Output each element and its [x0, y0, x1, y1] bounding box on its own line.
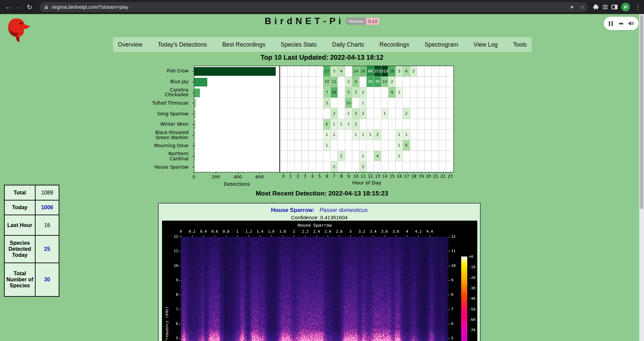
- side-panel-icon[interactable]: [611, 5, 618, 9]
- time-tick: [294, 235, 294, 237]
- heatmap-cell: [446, 98, 453, 109]
- species-link[interactable]: House Sparrow:: [271, 207, 315, 213]
- hour-axis-tick-label: 0: [282, 174, 285, 179]
- stats-value-today[interactable]: 1006: [35, 200, 59, 215]
- hour-axis-tick-label: 17: [404, 174, 409, 179]
- nav-item-species-stats[interactable]: Species Stats: [281, 41, 317, 48]
- heatmap-cell: 9: [388, 87, 396, 98]
- stats-row-species-detected-today: Species Detected Today25: [4, 235, 59, 263]
- heatmap-cell: [381, 151, 389, 162]
- stats-value-total-number-of-species[interactable]: 30: [35, 263, 59, 296]
- heatmap-cell: [331, 151, 338, 162]
- heatmap-cell: [294, 66, 302, 77]
- time-tick: [260, 235, 260, 237]
- heatmap-cell: [316, 108, 324, 119]
- time-tick: [351, 235, 351, 237]
- scrollbar-thumb[interactable]: [640, 15, 643, 209]
- nav-item-tools[interactable]: Tools: [513, 41, 527, 48]
- bar-axis-tick-label: 200: [212, 174, 220, 179]
- detection-bar-fish-crow: [194, 67, 276, 76]
- nav-item-recordings[interactable]: Recordings: [379, 41, 409, 48]
- heatmap-cell: 10: [345, 98, 353, 109]
- heatmap-cell: [338, 140, 345, 151]
- heatmap-cell: 1: [396, 87, 403, 98]
- heatmap-cell: [432, 108, 439, 119]
- page-header: B i r d N E T - P i Version0.13: [0, 16, 644, 26]
- detection-bar-tufted-titmouse: [194, 99, 196, 108]
- heatmap-cell: [302, 140, 309, 151]
- heatmap-cell: 253: [374, 66, 381, 77]
- freq-tick-label-right: 10: [451, 264, 455, 268]
- time-tick-label: 1.4: [257, 229, 263, 234]
- top10-heading: Top 10 Last Updated: 2022-04-13 18:12: [0, 54, 644, 61]
- hour-axis-tick: [385, 172, 385, 173]
- time-tick-label: 2.2: [302, 229, 309, 234]
- audio-player[interactable]: [604, 17, 639, 30]
- extensions-icon[interactable]: [593, 4, 599, 10]
- url-bar[interactable]: virginia.birdnetpi.com/?stream=play ➤ ☆: [40, 2, 588, 12]
- heatmap-cell: [331, 140, 338, 151]
- heatmap-cell: 6: [403, 140, 410, 151]
- confidence-text: Confidence: 0.41351604: [159, 215, 480, 221]
- url-text[interactable]: virginia.birdnetpi.com/?stream=play: [52, 4, 128, 10]
- hour-axis-tick-label: 7: [333, 174, 335, 179]
- detection-bar-carolina-chickadee: [194, 89, 200, 97]
- hour-axis-tick: [407, 172, 407, 173]
- heatmap-cell: [367, 140, 374, 151]
- heatmap-cell: [367, 151, 374, 162]
- player-scrubber[interactable]: [619, 23, 623, 24]
- nav-item-today-s-detections[interactable]: Today's Detections: [158, 41, 207, 48]
- heatmap-cell: [302, 119, 309, 130]
- stats-row-total-number-of-species: Total Number of Species30: [4, 263, 59, 296]
- nav-item-view-log[interactable]: View Log: [474, 41, 498, 48]
- heatmap-cell: [432, 119, 439, 130]
- freq-tick-label-right: 9: [451, 278, 453, 282]
- scrollbar[interactable]: [639, 14, 644, 341]
- hour-axis-tick-label: 8: [340, 174, 343, 179]
- forward-icon[interactable]: →: [13, 2, 24, 12]
- heatmap-cell: 1: [323, 130, 331, 140]
- stats-value-species-detected-today[interactable]: 25: [35, 235, 59, 263]
- heatmap-cell: [396, 108, 403, 119]
- time-tick-label: 0: [180, 229, 182, 234]
- browser-menu-icon[interactable]: ⋮: [634, 4, 642, 11]
- heatmap-cell: [425, 108, 432, 119]
- nav-item-best-recordings[interactable]: Best Recordings: [222, 41, 265, 48]
- heatmap-cell: [417, 108, 425, 119]
- nav-item-spectrogram[interactable]: Spectrogram: [425, 41, 458, 48]
- colorbar: [461, 257, 467, 341]
- species-label-carolina-chickadee: Carolina Chickadee: [142, 87, 192, 98]
- back-icon[interactable]: ←: [3, 2, 13, 12]
- freq-tick-label-right: 8: [451, 292, 453, 297]
- heatmap-cell: 2: [388, 77, 396, 88]
- heatmap-cell: [410, 108, 418, 119]
- heatmap-cell: [388, 108, 396, 119]
- nav-item-daily-charts[interactable]: Daily Charts: [332, 41, 364, 48]
- heatmap-cell: 1: [396, 151, 403, 162]
- extension-lines-icon[interactable]: [603, 5, 608, 9]
- send-icon[interactable]: ➤: [570, 4, 574, 10]
- hour-axis-tick: [414, 172, 414, 173]
- freq-tick-label-right: 11: [451, 249, 455, 253]
- heatmap-cell: [316, 130, 324, 140]
- colorbar-tick-label: -10: [469, 265, 475, 269]
- reload-icon[interactable]: ↻: [24, 2, 35, 12]
- volume-icon[interactable]: [628, 21, 634, 26]
- colorbar-tick-label: -30: [469, 286, 475, 290]
- time-tick: [362, 235, 362, 237]
- hour-axis-tick-label: 22: [440, 174, 445, 179]
- heatmap-cell: [403, 119, 410, 130]
- heatmap-cell: [432, 66, 439, 77]
- profile-avatar[interactable]: P: [621, 3, 630, 11]
- recent-detection-label: Most Recent Detection:: [256, 190, 327, 197]
- heatmap-cell: [439, 66, 446, 77]
- bookmark-star-icon[interactable]: ☆: [580, 4, 585, 10]
- hour-axis-tick-label: 13: [375, 174, 380, 179]
- nav-item-overview[interactable]: Overview: [118, 41, 142, 48]
- pause-icon[interactable]: [608, 21, 613, 26]
- freq-tick-label: 12: [162, 234, 178, 239]
- freq-tick-label: 8: [162, 292, 178, 297]
- scientific-name-link[interactable]: Passer domesticus: [320, 207, 368, 213]
- heatmap-cell: [316, 87, 324, 98]
- lock-icon[interactable]: [44, 5, 48, 9]
